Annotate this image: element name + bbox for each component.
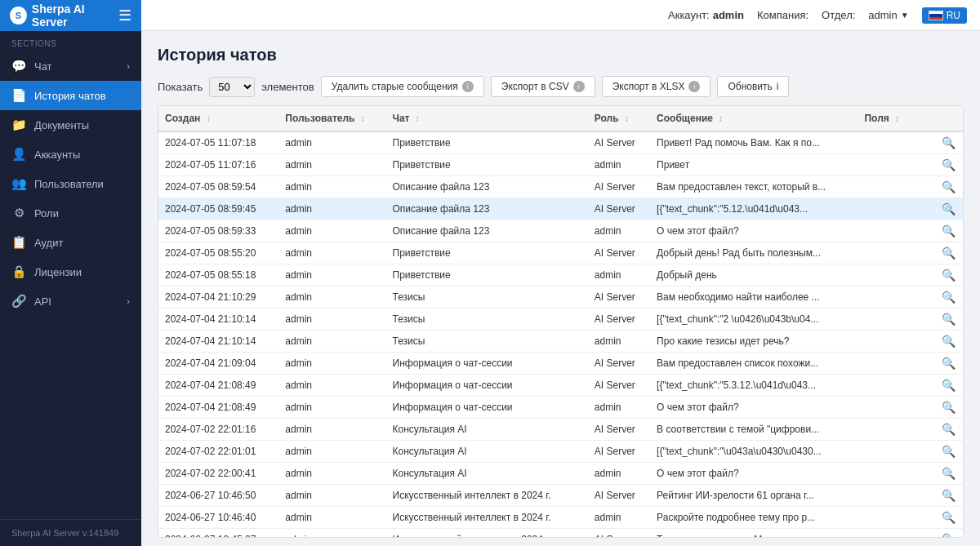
show-count-select[interactable]: 50 100 200 [209, 77, 255, 97]
cell-action: 🔍 [933, 463, 963, 485]
view-row-btn[interactable]: 🔍 [942, 511, 956, 524]
cell-fields [858, 463, 933, 485]
sidebar-item-accounts[interactable]: 👤 Аккаунты [0, 140, 141, 169]
cell-fields [858, 154, 933, 176]
cell-message: Рейтинг ИИ-зрелости 61 органа г... [650, 485, 858, 507]
col-user: Пользователь ↕ [278, 106, 385, 131]
topbar-admin-menu[interactable]: admin ▼ [868, 9, 908, 21]
view-row-btn[interactable]: 🔍 [942, 423, 956, 436]
users-icon: 👥 [11, 176, 26, 191]
cell-chat: Описание файла 123 [386, 220, 588, 242]
cell-message: Вам предоставлен список похожи... [650, 353, 858, 375]
table-row: 2024-07-04 21:10:14 admin Тезисы AI Serv… [158, 309, 963, 331]
view-row-btn[interactable]: 🔍 [942, 180, 956, 193]
cell-chat: Тезисы [386, 331, 588, 353]
export-xlsx-btn[interactable]: Экспорт в XLSX i [602, 76, 711, 97]
col-chat: Чат ↕ [386, 106, 588, 131]
table-row: 2024-06-27 10:46:50 admin Искусственный … [158, 485, 963, 507]
cell-user: admin [278, 264, 385, 286]
cell-message: Тезисы выступления Мантурова о... [650, 529, 858, 539]
sidebar-item-documents[interactable]: 📁 Документы [0, 110, 141, 140]
roles-icon: ⚙ [11, 206, 26, 220]
cell-message: [{"text_chunk":"5.3.12.\u041d\u043... [650, 375, 858, 397]
licenses-icon: 🔒 [11, 264, 26, 279]
topbar: Аккаунт: admin Компания: Отдел: admin ▼ … [141, 0, 980, 31]
table-row: 2024-07-05 11:07:18 admin Приветствие AI… [158, 131, 963, 154]
table-row: 2024-07-04 21:09:04 admin Информация о ч… [158, 353, 963, 375]
sidebar-item-api[interactable]: 🔗 API › [0, 286, 141, 316]
app-logo-icon: S [10, 7, 27, 24]
cell-role: AI Server [588, 419, 650, 441]
cell-fields [858, 507, 933, 529]
cell-message: Привет [650, 154, 858, 176]
cell-role: AI Server [588, 309, 650, 331]
sidebar-item-audit[interactable]: 📋 Аудит [0, 228, 141, 257]
refresh-btn[interactable]: Обновить i [717, 76, 789, 97]
cell-created: 2024-07-04 21:10:14 [158, 331, 278, 353]
sidebar-item-roles[interactable]: ⚙ Роли [0, 198, 141, 228]
view-row-btn[interactable]: 🔍 [942, 489, 956, 502]
cell-role: admin [588, 220, 650, 242]
cell-user: admin [278, 220, 385, 242]
cell-fields [858, 242, 933, 264]
cell-action: 🔍 [933, 397, 963, 419]
cell-chat: Информация о чат-сессии [386, 353, 588, 375]
cell-user: admin [278, 419, 385, 441]
table-header-row: Создан ↕ Пользователь ↕ Чат ↕ Роль ↕ Соо… [158, 106, 963, 131]
view-row-btn[interactable]: 🔍 [942, 224, 956, 237]
sidebar: S Sherpa AI Server ☰ SECTIONS 💬 Чат › 📄 … [0, 0, 141, 546]
sidebar-item-users[interactable]: 👥 Пользователи [0, 169, 141, 198]
sidebar-item-licenses[interactable]: 🔒 Лицензии [0, 257, 141, 286]
view-row-btn[interactable]: 🔍 [942, 467, 956, 480]
view-row-btn[interactable]: 🔍 [942, 445, 956, 458]
table-row: 2024-07-04 21:10:14 admin Тезисы admin П… [158, 331, 963, 353]
sort-icon: ↕ [719, 114, 723, 123]
cell-created: 2024-07-02 22:01:01 [158, 441, 278, 463]
cell-fields [858, 264, 933, 286]
topbar-language[interactable]: RU [922, 7, 967, 24]
view-row-btn[interactable]: 🔍 [942, 357, 956, 370]
cell-message: О чем этот файл? [650, 463, 858, 485]
view-row-btn[interactable]: 🔍 [942, 202, 956, 215]
cell-chat: Искусственный интеллект в 2024 г. [386, 507, 588, 529]
cell-message: О чем этот файл? [650, 397, 858, 419]
cell-role: AI Server [588, 485, 650, 507]
api-icon: 🔗 [11, 294, 26, 309]
cell-action: 🔍 [933, 441, 963, 463]
cell-user: admin [278, 309, 385, 331]
table-row: 2024-07-02 22:01:01 admin Консультация A… [158, 441, 963, 463]
view-row-btn[interactable]: 🔍 [942, 246, 956, 260]
cell-created: 2024-07-05 11:07:18 [158, 131, 278, 154]
elements-label: элементов [261, 81, 314, 93]
toolbar: Показать 50 100 200 элементов Удалить ст… [158, 76, 964, 97]
export-csv-btn[interactable]: Экспорт в CSV i [491, 76, 595, 97]
view-row-btn[interactable]: 🔍 [942, 379, 956, 392]
view-row-btn[interactable]: 🔍 [942, 533, 956, 538]
sections-label: SECTIONS [0, 31, 141, 51]
cell-chat: Информация о чат-сессии [386, 375, 588, 397]
sidebar-item-chat[interactable]: 💬 Чат › [0, 51, 141, 81]
view-row-btn[interactable]: 🔍 [942, 269, 956, 282]
cell-user: admin [278, 353, 385, 375]
cell-message: Добрый день [650, 264, 858, 286]
cell-chat: Тезисы [386, 286, 588, 309]
cell-action: 🔍 [933, 331, 963, 353]
cell-user: admin [278, 176, 385, 198]
hamburger-icon[interactable]: ☰ [118, 7, 131, 24]
cell-chat: Искусственный интеллект в 2024 г. [386, 485, 588, 507]
view-row-btn[interactable]: 🔍 [942, 401, 956, 414]
delete-old-btn[interactable]: Удалить старые сообщения i [321, 76, 484, 97]
sidebar-item-chat-history[interactable]: 📄 История чатов [0, 81, 141, 110]
cell-created: 2024-07-04 21:08:49 [158, 397, 278, 419]
cell-fields [858, 419, 933, 441]
cell-fields [858, 286, 933, 309]
view-row-btn[interactable]: 🔍 [942, 158, 956, 171]
view-row-btn[interactable]: 🔍 [942, 291, 956, 304]
view-row-btn[interactable]: 🔍 [942, 335, 956, 348]
view-row-btn[interactable]: 🔍 [942, 136, 956, 149]
view-row-btn[interactable]: 🔍 [942, 313, 956, 326]
cell-fields [858, 529, 933, 539]
cell-message: О чем этот файл? [650, 220, 858, 242]
cell-created: 2024-07-05 08:55:18 [158, 264, 278, 286]
sidebar-item-label: Аккаунты [34, 149, 80, 161]
